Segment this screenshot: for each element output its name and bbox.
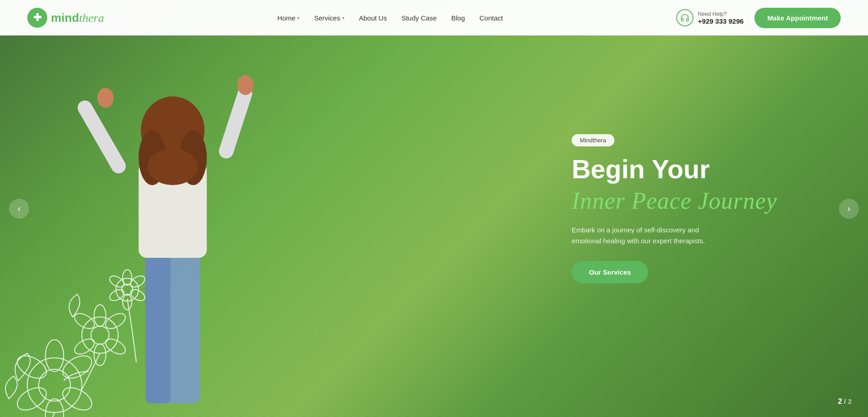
logo-script: thera — [79, 11, 104, 25]
hero-person — [0, 0, 354, 417]
help-area: Need Help? +929 333 9296 — [676, 9, 744, 26]
hero-title: Begin Your — [572, 154, 777, 183]
slider-prev-button[interactable]: ‹ — [9, 199, 29, 219]
home-chevron-icon: ▾ — [297, 15, 299, 20]
svg-point-30 — [237, 75, 254, 95]
headset-icon — [676, 9, 693, 26]
hero-section: Mindthera Begin Your Inner Peace Journey… — [0, 0, 868, 417]
help-label: Need Help? — [698, 11, 744, 17]
logo-icon: ✚ — [27, 8, 47, 28]
nav-blog[interactable]: Blog — [451, 14, 465, 22]
hero-content: Mindthera Begin Your Inner Peace Journey… — [572, 134, 777, 283]
svg-rect-25 — [145, 249, 170, 403]
hero-title-line1: Begin Your — [572, 154, 710, 183]
nav-home[interactable]: Home ▾ — [277, 14, 299, 22]
logo[interactable]: ✚ mindthera — [27, 8, 104, 28]
slide-total: 2 — [848, 397, 852, 405]
our-services-button[interactable]: Our Services — [572, 261, 649, 283]
header-right: Need Help? +929 333 9296 Make Appointmen… — [676, 8, 841, 28]
header: ✚ mindthera Home ▾ Services ▾ About Us S… — [0, 0, 868, 35]
main-nav: Home ▾ Services ▾ About Us Study Case Bl… — [277, 14, 503, 22]
slide-separator: / — [844, 397, 846, 405]
svg-rect-27 — [75, 98, 129, 176]
nav-about[interactable]: About Us — [359, 14, 387, 22]
hero-badge: Mindthera — [572, 134, 614, 146]
slide-current: 2 — [838, 397, 842, 406]
nav-contact[interactable]: Contact — [479, 14, 503, 22]
nav-study-case[interactable]: Study Case — [401, 14, 437, 22]
logo-bold: mind — [51, 11, 79, 25]
logo-text: mindthera — [51, 11, 104, 25]
slide-counter: 2 / 2 — [838, 397, 852, 406]
svg-point-37 — [148, 149, 198, 185]
hero-description: Embark on a journey of self-discovery an… — [572, 225, 726, 246]
make-appointment-button[interactable]: Make Appointment — [754, 8, 841, 28]
help-phone: +929 333 9296 — [698, 17, 744, 25]
nav-services[interactable]: Services ▾ — [314, 14, 344, 22]
svg-rect-28 — [217, 85, 254, 161]
svg-point-29 — [97, 88, 114, 108]
slider-next-button[interactable]: › — [839, 199, 859, 219]
help-text: Need Help? +929 333 9296 — [698, 11, 744, 25]
services-chevron-icon: ▾ — [342, 15, 344, 20]
hero-subtitle: Inner Peace Journey — [572, 187, 777, 215]
